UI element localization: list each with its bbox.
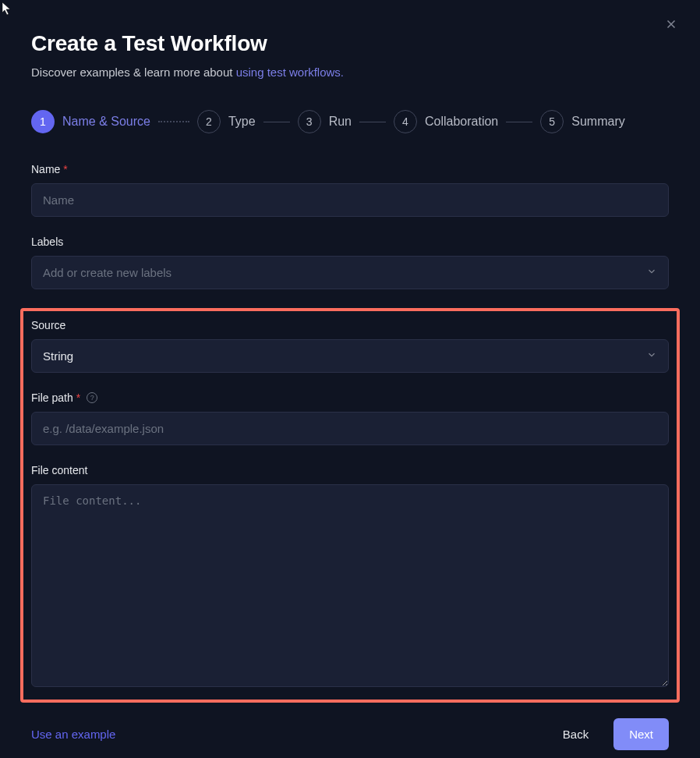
next-button[interactable]: Next [613, 718, 669, 750]
step-3-circle: 3 [298, 110, 321, 133]
filepath-input[interactable] [31, 412, 669, 445]
stepper: 1 Name & Source 2 Type 3 Run 4 Collabora… [31, 110, 669, 133]
step-connector [158, 121, 189, 122]
step-connector [263, 122, 290, 122]
labels-label: Labels [31, 236, 669, 248]
source-value: String [43, 349, 73, 363]
step-1-label: Name & Source [62, 115, 150, 129]
name-label: Name* [31, 163, 669, 175]
step-5-circle: 5 [540, 110, 564, 133]
filepath-label: File path * ? [31, 391, 669, 404]
step-connector [359, 122, 386, 122]
step-2-label: Type [228, 115, 256, 129]
close-button[interactable] [664, 17, 681, 34]
step-3[interactable]: 3 Run [298, 110, 352, 133]
close-icon [664, 17, 678, 31]
docs-link[interactable]: using test workflows. [236, 66, 344, 79]
source-label: Source [31, 319, 669, 331]
filecontent-textarea[interactable] [31, 484, 669, 687]
step-5-label: Summary [571, 115, 624, 129]
step-1-circle: 1 [31, 110, 55, 133]
back-button[interactable]: Back [553, 720, 598, 749]
modal-footer: Use an example Back Next [31, 718, 669, 750]
step-2[interactable]: 2 Type [197, 110, 256, 133]
labels-placeholder: Add or create new labels [43, 266, 171, 279]
step-5[interactable]: 5 Summary [540, 110, 624, 133]
chevron-down-icon [646, 349, 657, 363]
filecontent-label: File content [31, 464, 669, 476]
step-4-label: Collaboration [425, 115, 498, 129]
modal-subtitle: Discover examples & learn more about usi… [31, 66, 669, 79]
step-4[interactable]: 4 Collaboration [394, 110, 498, 133]
chevron-down-icon [646, 266, 657, 279]
cursor-icon [2, 2, 12, 16]
name-field: Name* [31, 163, 669, 217]
source-highlight-region: Source String File path * ? File content [20, 308, 680, 703]
step-1[interactable]: 1 Name & Source [31, 110, 150, 133]
step-4-circle: 4 [394, 110, 417, 133]
labels-field: Labels Add or create new labels [31, 236, 669, 289]
filecontent-field: File content [31, 464, 669, 690]
step-3-label: Run [329, 115, 352, 129]
use-example-link[interactable]: Use an example [31, 728, 115, 741]
source-field: Source String [31, 319, 669, 373]
name-input[interactable] [31, 183, 669, 217]
filepath-field: File path * ? [31, 391, 669, 445]
help-icon[interactable]: ? [87, 392, 97, 403]
create-workflow-modal: Create a Test Workflow Discover examples… [0, 0, 700, 758]
step-2-circle: 2 [197, 110, 221, 133]
step-connector [506, 122, 532, 122]
source-select[interactable]: String [31, 339, 669, 373]
labels-select[interactable]: Add or create new labels [31, 256, 669, 289]
modal-title: Create a Test Workflow [31, 31, 669, 56]
